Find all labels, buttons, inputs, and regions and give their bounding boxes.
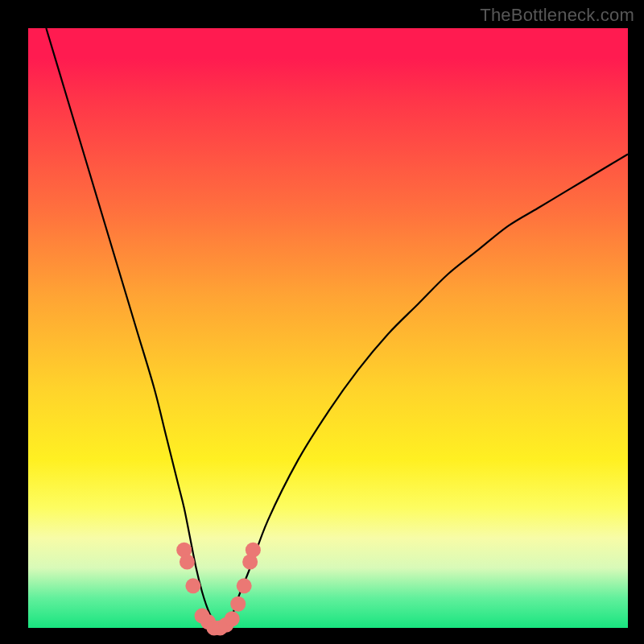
curve-marker (180, 555, 195, 570)
bottleneck-curve (46, 28, 628, 629)
curve-marker (225, 611, 240, 626)
curve-marker (246, 543, 261, 558)
curve-marker (185, 578, 200, 593)
chart-frame: TheBottleneck.com (0, 0, 644, 644)
curve-markers (176, 543, 261, 636)
curve-layer (28, 28, 628, 628)
curve-marker (237, 578, 252, 593)
curve-marker (230, 597, 246, 612)
watermark-text: TheBottleneck.com (480, 5, 634, 26)
